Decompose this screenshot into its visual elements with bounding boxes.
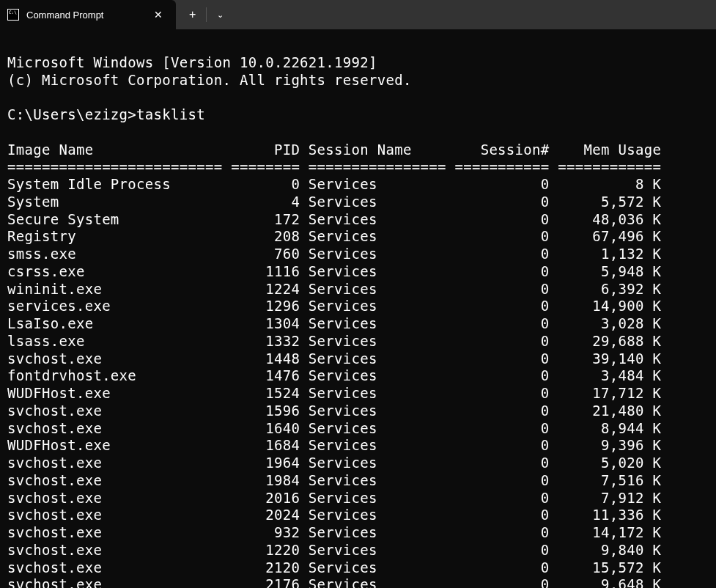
tab-title: Command Prompt [26,10,150,21]
new-tab-button[interactable]: + [179,0,206,29]
terminal-output[interactable]: Microsoft Windows [Version 10.0.22621.19… [0,29,716,588]
tab-active[interactable]: C:\ Command Prompt ✕ [0,0,176,29]
table-separator: ========================= ======== =====… [7,158,661,174]
banner-line1: Microsoft Windows [Version 10.0.22621.19… [7,54,377,70]
tab-actions: + ⌄ [176,0,234,29]
tab-close-button[interactable]: ✕ [150,6,167,23]
prompt-command: tasklist [136,106,205,122]
banner-line2: (c) Microsoft Corporation. All rights re… [7,72,412,88]
svg-text:C:\: C:\ [9,10,17,15]
chevron-down-icon: ⌄ [217,10,224,20]
table-body: System Idle Process 0 Services 0 8 K Sys… [7,176,661,588]
title-bar: C:\ Command Prompt ✕ + ⌄ [0,0,716,29]
prompt-path: C:\Users\ezizg> [7,106,136,122]
tab-dropdown-button[interactable]: ⌄ [207,0,234,29]
cmd-icon: C:\ [7,9,19,21]
table-header: Image Name PID Session Name Session# Mem… [7,142,661,158]
